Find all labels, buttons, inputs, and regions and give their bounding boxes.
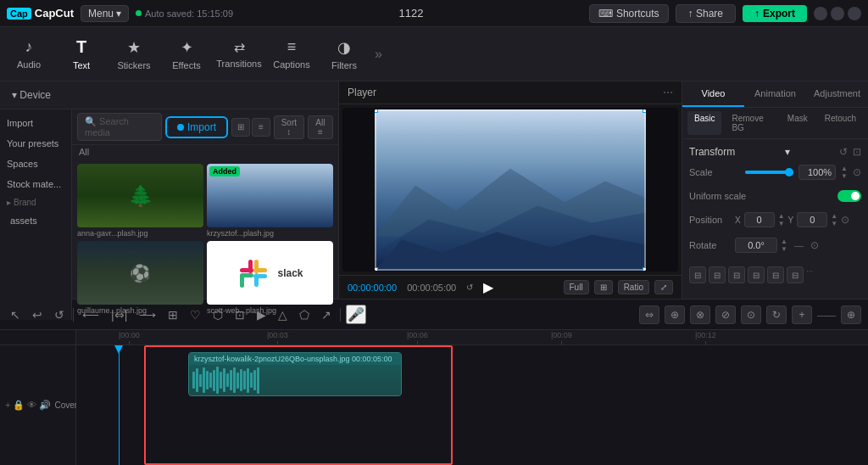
grid-view-button[interactable]: ⊞ [231,118,250,137]
resize-handle-br[interactable] [643,267,646,271]
sidebar-item-brand-assets[interactable]: assets [0,210,71,231]
tl-snap-button[interactable]: ⊕ [665,305,685,324]
sidebar-item-presets[interactable]: Your presets [0,133,71,154]
tab-video[interactable]: Video [682,81,744,107]
cursor-tool[interactable]: ↖ [7,306,24,323]
sidebar-item-stock[interactable]: Stock mate... [0,174,71,194]
tool-effects[interactable]: ✦ Effects [161,31,212,78]
minimize-button[interactable] [814,7,827,20]
resize-handle-tr[interactable] [643,109,646,113]
resize-handle-tl[interactable] [375,109,378,113]
tool-text[interactable]: T Text [56,31,107,78]
list-item[interactable]: ⚽ guillaume...plash.jpg [77,241,203,315]
pos-y-down[interactable]: ▼ [831,220,837,227]
subtab-basic[interactable]: Basic [687,111,721,135]
tl-zoom-in-button[interactable]: + [792,305,812,324]
maximize-button[interactable] [831,7,844,20]
tool-audio[interactable]: ♪ Audio [3,31,54,78]
copy-icon[interactable]: ⊡ [853,146,861,158]
subtab-retouch[interactable]: Retouch [818,111,863,135]
ratio-button[interactable]: Ratio [618,280,649,294]
rotate-link-icon[interactable]: ⊙ [810,239,819,251]
eye-track-icon[interactable]: 👁 [27,400,36,411]
more-tools-icon[interactable]: » [371,43,386,65]
close-button[interactable] [848,7,861,20]
transform-icons: ↺ ⊡ [839,146,861,158]
sort-button[interactable]: Sort ↕ [274,115,304,139]
scale-up-arrow[interactable]: ▲ [841,165,848,172]
play-button[interactable]: ▶ [478,279,498,295]
subtab-mask[interactable]: Mask [781,111,815,135]
share-button[interactable]: ↑ Share [676,4,736,23]
scale-link-icon[interactable]: ⊙ [853,166,861,178]
sidebar-item-spaces[interactable]: Spaces [0,154,71,174]
player-menu-icon[interactable]: ⋯ [663,87,673,98]
device-button[interactable]: ▾ Device [7,87,56,104]
wave-bar [253,370,256,390]
tool-captions[interactable]: ≡ Captions [266,31,317,78]
scale-slider[interactable] [745,171,793,174]
tl-repeat-button[interactable]: ↻ [766,305,787,324]
tool-filters-label: Filters [331,60,357,70]
position-link-icon[interactable]: ⊙ [841,214,849,226]
full-button[interactable]: Full [564,280,589,294]
uniform-scale-toggle[interactable] [837,190,861,202]
position-x-input[interactable]: 0 [744,212,775,227]
align-top-button[interactable]: ⊟ [709,266,726,283]
pos-x-down[interactable]: ▼ [778,220,785,227]
tab-adjustment[interactable]: Adjustment [806,81,868,107]
undo-button[interactable]: ↩ [29,306,46,323]
tl-split-all-button[interactable]: ⊘ [715,305,736,324]
timeline-clip[interactable]: krzysztof-kowalik-2pnozU26QBo-unsplash.j… [188,352,402,396]
tl-link-button[interactable]: ⇔ [639,305,659,324]
menu-button[interactable]: Menu ▾ [81,5,129,22]
transitions-icon: ⇄ [234,39,245,55]
resize-handle-bl[interactable] [375,267,378,271]
shortcuts-button[interactable]: ⌨ Shortcuts [589,4,669,23]
list-item[interactable]: 🌲 anna-gavr...plash.jpg [77,164,203,238]
align-right-button[interactable]: ⊟ [728,266,745,283]
redo-button[interactable]: ↺ [51,306,68,323]
all-filter-button[interactable]: All ≡ [308,115,333,139]
rotate-up[interactable]: ▲ [781,238,787,245]
scale-value[interactable]: 100% [798,165,836,180]
lock-track-icon[interactable]: 🔒 [13,400,25,411]
mic-button[interactable]: 🎤 [346,305,366,324]
tab-animation[interactable]: Animation [744,81,806,107]
tl-magnet-button[interactable]: ⊗ [690,305,710,324]
position-y-input[interactable]: 0 [797,212,827,227]
search-media-input[interactable]: 🔍 Search media [77,113,162,141]
rotate-value-input[interactable]: 0.0° [735,238,777,253]
wave-bar [226,373,229,387]
align-hcenter-button[interactable]: ⊟ [767,266,784,283]
list-view-button[interactable]: ≡ [252,118,270,137]
pos-x-up[interactable]: ▲ [778,212,785,220]
reset-icon[interactable]: ↺ [839,146,848,158]
zoom-slider[interactable]: —— [817,310,836,320]
tool-filters[interactable]: ◑ Filters [319,31,370,78]
list-item[interactable]: slack scott-web...plash.jpg [207,241,333,315]
export-button[interactable]: ↑ Export [743,5,807,22]
import-media-button[interactable]: Import [165,116,228,138]
subtab-removebg[interactable]: Remove BG [725,111,776,135]
scale-down-arrow[interactable]: ▼ [841,172,848,180]
stickers-icon: ★ [127,38,141,57]
tool-stickers[interactable]: ★ Stickers [108,31,159,78]
tool-transitions[interactable]: ⇄ Transitions [214,31,264,78]
sidebar-item-import[interactable]: Import [0,113,71,133]
pos-y-up[interactable]: ▲ [831,212,837,220]
rotate-down[interactable]: ▼ [781,245,787,253]
add-track-icon[interactable]: + [5,400,10,411]
tl-align-button[interactable]: ⊙ [741,305,761,324]
tl-fullscreen-button[interactable]: ⊕ [841,305,861,324]
align-bottom-button[interactable]: ⊟ [787,266,804,283]
audio-track-icon[interactable]: 🔊 [39,400,51,411]
playhead[interactable] [119,345,120,465]
stabilize-button[interactable]: ⊞ [594,280,613,294]
list-item[interactable]: Added krzysztof...plash.jpg [207,164,333,238]
expand-button[interactable]: ⤢ [654,280,673,294]
align-vcenter-button[interactable]: ⊟ [748,266,765,283]
align-left-button[interactable]: ⊟ [689,266,706,283]
sidebar-brand-section[interactable]: ▸ Brand [0,194,71,210]
right-panel-content: Transform ▾ ↺ ⊡ Scale 100% ▲ ▼ [682,139,868,290]
